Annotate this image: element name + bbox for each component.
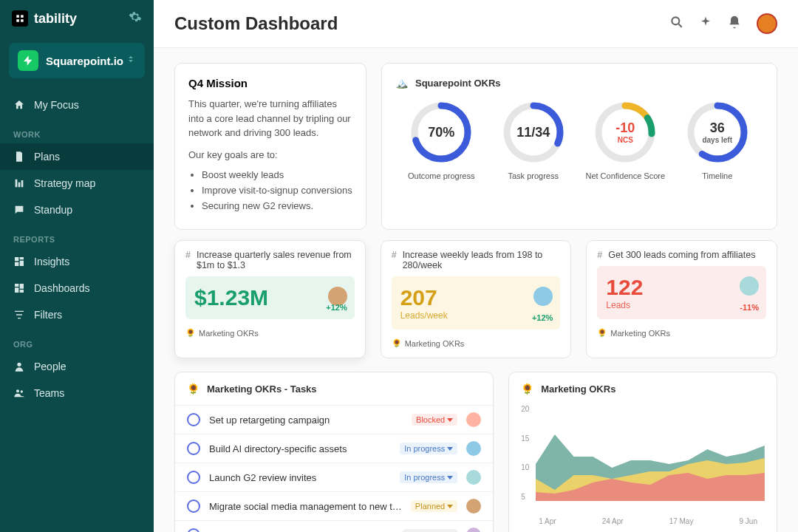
gauge-value: 11/34 <box>516 125 550 140</box>
mission-goal: Improve visit-to-signup conversions <box>202 185 352 196</box>
svg-rect-2 <box>16 19 19 22</box>
task-owner-avatar[interactable] <box>466 499 481 514</box>
tasks-card: 🌻Marketing OKRs - Tasks Set up retargeti… <box>174 372 494 532</box>
mission-body: This quarter, we're turning affiliates i… <box>188 97 352 140</box>
kpi-tag[interactable]: 🌻Marketing OKRs <box>185 328 259 338</box>
task-title: Set up retargeting campaign <box>209 415 403 426</box>
dashboard-icon <box>13 256 25 267</box>
hash-icon: # <box>185 250 191 260</box>
task-row[interactable]: Build AI directory-specific assets In pr… <box>175 434 493 463</box>
task-checkbox[interactable] <box>187 442 200 455</box>
main: Custom Dashboard Q4 Mission This quarter… <box>154 0 798 532</box>
task-checkbox[interactable] <box>187 528 200 532</box>
task-checkbox[interactable] <box>187 499 200 513</box>
nav-dashboards[interactable]: Dashboards <box>0 275 154 301</box>
nav-label: My Focus <box>34 99 79 111</box>
svg-rect-1 <box>21 15 24 18</box>
gauge-caption: Net Confidence Score <box>582 171 669 180</box>
brand[interactable]: tability <box>12 10 77 27</box>
svg-point-4 <box>17 363 21 366</box>
gauge-caption: Task progress <box>490 171 577 180</box>
nav-section-reports: REPORTS <box>0 223 154 248</box>
sparkle-icon[interactable] <box>699 16 712 32</box>
settings-icon[interactable] <box>129 10 142 27</box>
mission-card: Q4 Mission This quarter, we're turning a… <box>174 63 366 230</box>
task-status[interactable]: In progress <box>400 471 457 483</box>
mission-goal: Securing new G2 reviews. <box>202 200 352 211</box>
kpi-delta: +12% <box>326 303 347 312</box>
nav-label: Filters <box>34 309 62 321</box>
task-owner-avatar[interactable] <box>466 470 481 485</box>
nav-label: Dashboards <box>34 282 90 294</box>
nav-label: Strategy map <box>34 177 95 189</box>
user-avatar[interactable] <box>757 13 777 34</box>
workspace-icon <box>18 50 38 71</box>
nav-standup[interactable]: Standup <box>0 197 154 223</box>
task-row[interactable]: Launch G2 review invites In progress <box>175 463 493 491</box>
task-status[interactable]: In progress <box>400 443 457 454</box>
kpi-card-leads[interactable]: #Increase weekly leads from 198 to 280/w… <box>381 240 572 358</box>
nav-strategy-map[interactable]: Strategy map <box>0 170 154 197</box>
mission-goals-intro: Our key goals are to: <box>188 148 352 163</box>
task-owner-avatar[interactable] <box>466 412 481 427</box>
dashboard-content: Q4 Mission This quarter, we're turning a… <box>154 48 798 532</box>
nav-my-focus[interactable]: My Focus <box>0 92 154 118</box>
y-tick: 5 <box>521 493 529 501</box>
people-icon <box>13 387 25 399</box>
y-tick: 10 <box>521 463 529 471</box>
task-row[interactable]: Reshare "Intro to OKRs" Post Next week <box>175 520 493 532</box>
chevron-down-icon <box>447 505 453 508</box>
gauge-value: -10 <box>615 120 635 136</box>
kpi-tag[interactable]: 🌻Marketing OKRs <box>597 328 670 338</box>
bars-icon <box>13 177 25 189</box>
chart-plot: 2015105 <box>521 405 765 516</box>
gauge-ncs: -10NCS Net Confidence Score <box>582 99 669 180</box>
svg-rect-3 <box>21 19 24 22</box>
gauge-task: 11/34 Task progress <box>490 99 577 180</box>
task-owner-avatar[interactable] <box>466 528 481 532</box>
kpi-owner-avatar[interactable] <box>740 276 759 296</box>
mission-goal: Boost weekly leads <box>202 169 352 180</box>
chevron-down-icon <box>447 476 453 480</box>
nav-filters[interactable]: Filters <box>0 301 154 328</box>
nav-insights[interactable]: Insights <box>0 248 154 275</box>
nav-label: People <box>34 361 66 372</box>
task-title: Launch G2 review invites <box>209 472 391 483</box>
svg-rect-0 <box>16 15 19 18</box>
bell-icon[interactable] <box>727 15 742 33</box>
kpi-value: $1.23M <box>194 285 346 310</box>
nav-plans[interactable]: Plans <box>0 143 154 170</box>
kpi-tag[interactable]: 🌻Marketing OKRs <box>392 338 465 348</box>
kpi-card-affiliates[interactable]: #Get 300 leads coming from affiliates 12… <box>586 240 777 358</box>
workspace-name: Squarepoint.io <box>46 55 123 67</box>
task-title: Migrate social media management to new t… <box>209 501 402 512</box>
nav-people[interactable]: People <box>0 353 154 380</box>
okrs-title: Squarepoint OKRs <box>415 78 501 89</box>
search-icon[interactable] <box>669 15 684 33</box>
workspace-selector[interactable]: Squarepoint.io <box>9 43 145 78</box>
task-row[interactable]: Migrate social media management to new t… <box>175 491 493 520</box>
person-icon <box>13 361 25 372</box>
brand-logo-icon <box>12 10 28 27</box>
nav-section-work: WORK <box>0 118 154 143</box>
task-checkbox[interactable] <box>187 413 200 426</box>
kpi-card-revenue[interactable]: #Increase quarterly sales revenue from $… <box>174 240 366 358</box>
task-status[interactable]: Blocked <box>412 414 457 426</box>
kpi-value: 207 <box>400 285 552 310</box>
svg-point-7 <box>672 17 679 24</box>
gauge-value: 36 <box>710 120 725 136</box>
page-title: Custom Dashboard <box>174 13 338 34</box>
task-row[interactable]: Set up retargeting campaign Blocked <box>175 405 493 434</box>
task-checkbox[interactable] <box>187 471 200 484</box>
sunflower-icon: 🌻 <box>392 338 402 348</box>
task-status[interactable]: Planned <box>411 500 457 512</box>
task-status[interactable]: Next week <box>403 529 457 532</box>
svg-point-6 <box>21 390 23 392</box>
grid-icon <box>13 282 25 294</box>
task-owner-avatar[interactable] <box>466 441 481 456</box>
kpi-title: Increase quarterly sales revenue from $1… <box>197 250 355 270</box>
hash-icon: # <box>392 250 397 260</box>
chart-card: 🌻Marketing OKRs 2015105 1 Apr24 Apr17 Ma… <box>508 372 777 532</box>
svg-point-5 <box>16 389 19 392</box>
nav-teams[interactable]: Teams <box>0 380 154 406</box>
